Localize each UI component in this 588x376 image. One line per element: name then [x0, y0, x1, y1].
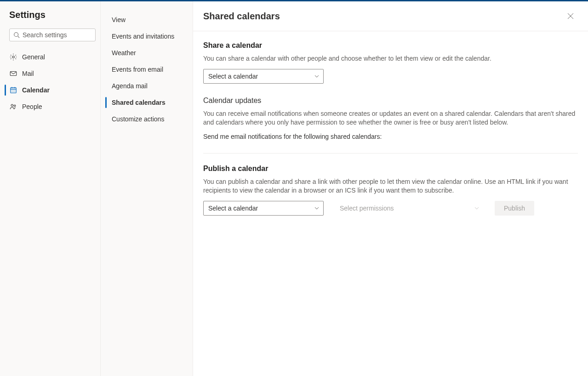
- subnav-item-customize-actions[interactable]: Customize actions: [101, 111, 193, 127]
- publish-description: You can publish a calendar and share a l…: [203, 177, 578, 195]
- subnav-item-events-invitations[interactable]: Events and invitations: [101, 28, 193, 45]
- publish-calendar-section: Publish a calendar You can publish a cal…: [203, 165, 578, 216]
- mail-icon: [9, 69, 17, 78]
- settings-main-panel: Shared calendars Share a calendar You ca…: [193, 1, 588, 376]
- nav-item-label: General: [22, 53, 45, 61]
- calendar-icon: [9, 86, 17, 94]
- subnav-item-label: Events from email: [112, 66, 163, 73]
- nav-item-label: Mail: [22, 70, 34, 77]
- close-button[interactable]: [564, 10, 577, 23]
- search-icon: [13, 32, 20, 38]
- settings-subnav-panel: View Events and invitations Weather Even…: [101, 1, 193, 376]
- svg-point-9: [14, 105, 16, 107]
- subnav-item-view[interactable]: View: [101, 11, 193, 28]
- nav-item-calendar[interactable]: Calendar: [0, 82, 96, 98]
- subnav-item-label: View: [112, 16, 126, 23]
- nav-item-label: People: [22, 103, 42, 110]
- share-description: You can share a calendar with other peop…: [203, 54, 578, 63]
- svg-point-0: [14, 33, 18, 37]
- share-calendar-dropdown[interactable]: Select a calendar: [203, 69, 324, 84]
- dropdown-value: Select a calendar: [208, 73, 258, 80]
- share-heading: Share a calendar: [203, 41, 578, 50]
- nav-item-people[interactable]: People: [0, 98, 96, 115]
- page-title: Shared calendars: [203, 11, 280, 22]
- close-icon: [567, 13, 574, 19]
- updates-description: You can receive email notifications when…: [203, 109, 578, 127]
- subnav-item-label: Shared calendars: [112, 99, 166, 106]
- publish-button[interactable]: Publish: [495, 201, 534, 216]
- chevron-down-icon: [314, 205, 320, 211]
- main-body: Share a calendar You can share a calenda…: [193, 31, 588, 239]
- people-icon: [9, 103, 17, 111]
- settings-left-panel: Settings General Mail: [0, 1, 101, 376]
- main-header: Shared calendars: [193, 1, 588, 31]
- updates-heading: Calendar updates: [203, 97, 578, 105]
- subnav-item-label: Events and invitations: [112, 33, 174, 40]
- svg-rect-4: [11, 88, 17, 93]
- subnav-item-weather[interactable]: Weather: [101, 45, 193, 61]
- svg-point-8: [11, 104, 13, 107]
- svg-rect-3: [10, 72, 17, 76]
- publish-heading: Publish a calendar: [203, 165, 578, 173]
- nav-item-label: Calendar: [22, 86, 50, 94]
- publish-permissions-dropdown[interactable]: Select permissions: [335, 201, 484, 216]
- dropdown-value: Select a calendar: [208, 205, 258, 212]
- settings-dialog: Settings General Mail: [0, 1, 588, 376]
- subnav-item-label: Customize actions: [112, 115, 164, 123]
- calendar-updates-section: Calendar updates You can receive email n…: [203, 97, 578, 140]
- svg-point-2: [12, 56, 15, 58]
- share-calendar-section: Share a calendar You can share a calenda…: [203, 41, 578, 84]
- gear-icon: [9, 53, 17, 61]
- chevron-down-icon: [474, 205, 480, 211]
- settings-nav: General Mail Calendar: [0, 49, 96, 115]
- subnav-item-agenda-mail[interactable]: Agenda mail: [101, 78, 193, 94]
- nav-item-general[interactable]: General: [0, 49, 96, 65]
- subnav-item-events-from-email[interactable]: Events from email: [101, 61, 193, 78]
- search-settings-input[interactable]: [23, 31, 103, 39]
- chevron-down-icon: [314, 74, 320, 79]
- svg-line-1: [18, 36, 20, 38]
- subnav-item-shared-calendars[interactable]: Shared calendars: [101, 94, 193, 111]
- publish-row: Select a calendar Select permissions Pub…: [203, 201, 578, 216]
- updates-prompt: Send me email notifications for the foll…: [203, 133, 578, 140]
- publish-calendar-dropdown[interactable]: Select a calendar: [203, 201, 324, 216]
- settings-subnav: View Events and invitations Weather Even…: [101, 11, 193, 127]
- subnav-item-label: Agenda mail: [112, 82, 148, 90]
- nav-item-mail[interactable]: Mail: [0, 65, 96, 82]
- settings-title: Settings: [9, 10, 96, 20]
- section-divider: [203, 153, 578, 154]
- search-settings-field[interactable]: [9, 28, 96, 41]
- subnav-item-label: Weather: [112, 49, 136, 57]
- dropdown-value: Select permissions: [340, 205, 394, 212]
